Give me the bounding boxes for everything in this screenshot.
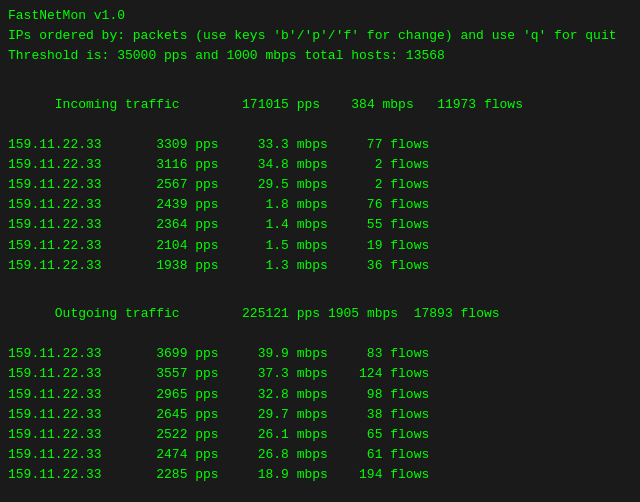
incoming-pps-unit: pps — [289, 97, 351, 112]
incoming-spacer1 — [180, 97, 242, 112]
outgoing-label: Outgoing traffic — [55, 306, 180, 321]
outgoing-row: 159.11.22.33 2645 pps 29.7 mbps 38 flows — [8, 405, 632, 425]
outgoing-row: 159.11.22.33 2285 pps 18.9 mbps 194 flow… — [8, 465, 632, 485]
outgoing-flows-val: 17893 — [414, 306, 453, 321]
incoming-header: Incoming traffic 171015 pps 384 mbps 119… — [8, 74, 632, 134]
incoming-row: 159.11.22.33 2364 pps 1.4 mbps 55 flows — [8, 215, 632, 235]
outgoing-row: 159.11.22.33 3557 pps 37.3 mbps 124 flow… — [8, 364, 632, 384]
incoming-rows: 159.11.22.33 3309 pps 33.3 mbps 77 flows… — [8, 135, 632, 276]
outgoing-mbps-val: 1905 — [328, 306, 359, 321]
incoming-row: 159.11.22.33 2567 pps 29.5 mbps 2 flows — [8, 175, 632, 195]
outgoing-row: 159.11.22.33 3699 pps 39.9 mbps 83 flows — [8, 344, 632, 364]
incoming-flows-val: 11973 — [437, 97, 476, 112]
incoming-row: 159.11.22.33 3309 pps 33.3 mbps 77 flows — [8, 135, 632, 155]
outgoing-row: 159.11.22.33 2474 pps 26.8 mbps 61 flows — [8, 445, 632, 465]
incoming-mbps-unit: mbps — [375, 97, 437, 112]
incoming-section: Incoming traffic 171015 pps 384 mbps 119… — [8, 74, 632, 275]
outgoing-flows-unit: flows — [453, 306, 500, 321]
terminal-window: FastNetMon v1.0 IPs ordered by: packets … — [8, 6, 632, 502]
title: FastNetMon v1.0 — [8, 6, 632, 26]
incoming-row: 159.11.22.33 1938 pps 1.3 mbps 36 flows — [8, 256, 632, 276]
incoming-flows-unit: flows — [476, 97, 523, 112]
internal-line: Internal traffic 0 pps 0 mbps — [8, 493, 632, 502]
outgoing-pps-unit: pps — [289, 306, 328, 321]
outgoing-mbps-unit: mbps — [359, 306, 414, 321]
outgoing-pps-val: 225121 — [242, 306, 289, 321]
outgoing-row: 159.11.22.33 2522 pps 26.1 mbps 65 flows — [8, 425, 632, 445]
incoming-mbps-val: 384 — [351, 97, 374, 112]
outgoing-spacer1 — [180, 306, 242, 321]
incoming-row: 159.11.22.33 3116 pps 34.8 mbps 2 flows — [8, 155, 632, 175]
incoming-row: 159.11.22.33 2104 pps 1.5 mbps 19 flows — [8, 236, 632, 256]
outgoing-row: 159.11.22.33 2965 pps 32.8 mbps 98 flows — [8, 385, 632, 405]
outgoing-section: Outgoing traffic 225121 pps 1905 mbps 17… — [8, 284, 632, 485]
incoming-row: 159.11.22.33 2439 pps 1.8 mbps 76 flows — [8, 195, 632, 215]
outgoing-header: Outgoing traffic 225121 pps 1905 mbps 17… — [8, 284, 632, 344]
incoming-pps-val: 171015 — [242, 97, 289, 112]
header-line2: Threshold is: 35000 pps and 1000 mbps to… — [8, 46, 632, 66]
outgoing-rows: 159.11.22.33 3699 pps 39.9 mbps 83 flows… — [8, 344, 632, 485]
incoming-label: Incoming traffic — [55, 97, 180, 112]
header-line1: IPs ordered by: packets (use keys 'b'/'p… — [8, 26, 632, 46]
